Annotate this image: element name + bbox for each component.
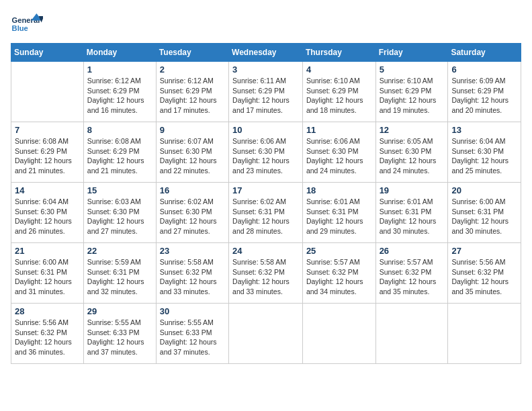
day-number: 26 — [380, 246, 445, 256]
calendar-cell: 3Sunrise: 6:11 AMSunset: 6:29 PMDaylight… — [229, 62, 303, 122]
calendar-cell: 29Sunrise: 5:55 AMSunset: 6:33 PMDayligh… — [83, 304, 156, 364]
day-number: 8 — [87, 125, 152, 135]
day-info: Sunrise: 6:12 AMSunset: 6:29 PMDaylight:… — [160, 76, 225, 116]
calendar-cell — [448, 304, 521, 364]
day-header-tuesday: Tuesday — [156, 44, 228, 62]
day-number: 5 — [380, 64, 445, 75]
calendar-table: SundayMondayTuesdayWednesdayThursdayFrid… — [11, 43, 521, 364]
day-info: Sunrise: 6:00 AMSunset: 6:31 PMDaylight:… — [15, 257, 80, 297]
day-info: Sunrise: 6:10 AMSunset: 6:29 PMDaylight:… — [380, 76, 445, 116]
calendar-cell: 27Sunrise: 5:56 AMSunset: 6:32 PMDayligh… — [448, 243, 521, 304]
calendar-week-row: 14Sunrise: 6:04 AMSunset: 6:30 PMDayligh… — [11, 183, 521, 243]
day-info: Sunrise: 6:08 AMSunset: 6:29 PMDaylight:… — [15, 136, 80, 176]
calendar-cell — [375, 304, 448, 364]
header: General Blue — [11, 11, 521, 38]
calendar-cell: 11Sunrise: 6:06 AMSunset: 6:30 PMDayligh… — [302, 122, 375, 183]
svg-text:Blue: Blue — [12, 24, 28, 32]
day-info: Sunrise: 6:12 AMSunset: 6:29 PMDaylight:… — [87, 76, 152, 116]
calendar-cell — [302, 304, 375, 364]
calendar-cell: 13Sunrise: 6:04 AMSunset: 6:30 PMDayligh… — [448, 122, 521, 183]
calendar-week-row: 1Sunrise: 6:12 AMSunset: 6:29 PMDaylight… — [11, 62, 521, 122]
calendar-cell: 4Sunrise: 6:10 AMSunset: 6:29 PMDaylight… — [302, 62, 375, 122]
day-number: 30 — [160, 306, 225, 316]
calendar-cell: 16Sunrise: 6:02 AMSunset: 6:30 PMDayligh… — [156, 183, 228, 243]
calendar-cell: 23Sunrise: 5:58 AMSunset: 6:32 PMDayligh… — [156, 243, 228, 304]
day-header-thursday: Thursday — [302, 44, 375, 62]
day-number: 21 — [15, 246, 80, 256]
day-number: 13 — [451, 125, 517, 135]
day-info: Sunrise: 6:08 AMSunset: 6:29 PMDaylight:… — [87, 136, 152, 176]
day-number: 17 — [232, 185, 299, 195]
day-number: 27 — [451, 246, 517, 256]
calendar-cell: 7Sunrise: 6:08 AMSunset: 6:29 PMDaylight… — [11, 122, 84, 183]
day-number: 4 — [306, 64, 372, 75]
calendar-cell: 14Sunrise: 6:04 AMSunset: 6:30 PMDayligh… — [11, 183, 84, 243]
day-number: 12 — [380, 125, 445, 135]
day-info: Sunrise: 5:55 AMSunset: 6:33 PMDaylight:… — [87, 318, 152, 357]
calendar-week-row: 7Sunrise: 6:08 AMSunset: 6:29 PMDaylight… — [11, 122, 521, 183]
day-number: 6 — [451, 64, 517, 75]
day-info: Sunrise: 5:57 AMSunset: 6:32 PMDaylight:… — [380, 257, 445, 297]
calendar-cell: 18Sunrise: 6:01 AMSunset: 6:31 PMDayligh… — [302, 183, 375, 243]
day-info: Sunrise: 5:55 AMSunset: 6:33 PMDaylight:… — [160, 318, 225, 357]
calendar-cell: 26Sunrise: 5:57 AMSunset: 6:32 PMDayligh… — [375, 243, 448, 304]
day-info: Sunrise: 6:07 AMSunset: 6:30 PMDaylight:… — [160, 136, 225, 176]
day-number: 11 — [306, 125, 372, 135]
day-number: 9 — [160, 125, 225, 135]
calendar-cell: 1Sunrise: 6:12 AMSunset: 6:29 PMDaylight… — [83, 62, 156, 122]
calendar-cell: 15Sunrise: 6:03 AMSunset: 6:30 PMDayligh… — [83, 183, 156, 243]
calendar-cell: 5Sunrise: 6:10 AMSunset: 6:29 PMDaylight… — [375, 62, 448, 122]
calendar-cell — [11, 62, 84, 122]
day-info: Sunrise: 6:04 AMSunset: 6:30 PMDaylight:… — [451, 136, 517, 176]
calendar-cell: 25Sunrise: 5:57 AMSunset: 6:32 PMDayligh… — [302, 243, 375, 304]
day-number: 14 — [15, 185, 80, 195]
calendar-cell: 8Sunrise: 6:08 AMSunset: 6:29 PMDaylight… — [83, 122, 156, 183]
day-header-wednesday: Wednesday — [229, 44, 303, 62]
day-header-sunday: Sunday — [11, 44, 84, 62]
calendar-cell — [229, 304, 303, 364]
day-info: Sunrise: 6:06 AMSunset: 6:30 PMDaylight:… — [232, 136, 299, 176]
day-number: 20 — [451, 185, 517, 195]
day-number: 7 — [15, 125, 80, 135]
logo: General Blue — [11, 11, 46, 38]
calendar-cell: 24Sunrise: 5:58 AMSunset: 6:32 PMDayligh… — [229, 243, 303, 304]
day-number: 15 — [87, 185, 152, 195]
day-info: Sunrise: 5:59 AMSunset: 6:31 PMDaylight:… — [87, 257, 152, 297]
day-number: 18 — [306, 185, 372, 195]
day-info: Sunrise: 6:03 AMSunset: 6:30 PMDaylight:… — [87, 197, 152, 236]
calendar-cell: 21Sunrise: 6:00 AMSunset: 6:31 PMDayligh… — [11, 243, 84, 304]
day-number: 22 — [87, 246, 152, 256]
day-info: Sunrise: 6:11 AMSunset: 6:29 PMDaylight:… — [232, 76, 299, 116]
calendar-cell: 2Sunrise: 6:12 AMSunset: 6:29 PMDaylight… — [156, 62, 228, 122]
day-info: Sunrise: 6:06 AMSunset: 6:30 PMDaylight:… — [306, 136, 372, 176]
calendar-cell: 19Sunrise: 6:01 AMSunset: 6:31 PMDayligh… — [375, 183, 448, 243]
day-info: Sunrise: 6:04 AMSunset: 6:30 PMDaylight:… — [15, 197, 80, 236]
day-number: 2 — [160, 64, 225, 75]
day-info: Sunrise: 6:10 AMSunset: 6:29 PMDaylight:… — [306, 76, 372, 116]
day-info: Sunrise: 6:01 AMSunset: 6:31 PMDaylight:… — [380, 197, 445, 236]
day-info: Sunrise: 6:02 AMSunset: 6:31 PMDaylight:… — [232, 197, 299, 236]
day-info: Sunrise: 5:58 AMSunset: 6:32 PMDaylight:… — [160, 257, 225, 297]
day-info: Sunrise: 5:56 AMSunset: 6:32 PMDaylight:… — [15, 318, 80, 357]
day-header-monday: Monday — [83, 44, 156, 62]
day-number: 19 — [380, 185, 445, 195]
day-info: Sunrise: 6:02 AMSunset: 6:30 PMDaylight:… — [160, 197, 225, 236]
calendar-cell: 17Sunrise: 6:02 AMSunset: 6:31 PMDayligh… — [229, 183, 303, 243]
day-number: 23 — [160, 246, 225, 256]
day-info: Sunrise: 6:00 AMSunset: 6:31 PMDaylight:… — [451, 197, 517, 236]
day-number: 28 — [15, 306, 80, 316]
calendar-cell: 22Sunrise: 5:59 AMSunset: 6:31 PMDayligh… — [83, 243, 156, 304]
calendar-cell: 30Sunrise: 5:55 AMSunset: 6:33 PMDayligh… — [156, 304, 228, 364]
calendar-cell: 12Sunrise: 6:05 AMSunset: 6:30 PMDayligh… — [375, 122, 448, 183]
day-info: Sunrise: 5:56 AMSunset: 6:32 PMDaylight:… — [451, 257, 517, 297]
day-number: 10 — [232, 125, 299, 135]
calendar-cell: 20Sunrise: 6:00 AMSunset: 6:31 PMDayligh… — [448, 183, 521, 243]
day-header-friday: Friday — [375, 44, 448, 62]
day-number: 1 — [87, 64, 152, 75]
calendar-cell: 6Sunrise: 6:09 AMSunset: 6:29 PMDaylight… — [448, 62, 521, 122]
day-info: Sunrise: 5:58 AMSunset: 6:32 PMDaylight:… — [232, 257, 299, 297]
day-info: Sunrise: 6:09 AMSunset: 6:29 PMDaylight:… — [451, 76, 517, 116]
day-number: 29 — [87, 306, 152, 316]
day-info: Sunrise: 6:01 AMSunset: 6:31 PMDaylight:… — [306, 197, 372, 236]
calendar-week-row: 21Sunrise: 6:00 AMSunset: 6:31 PMDayligh… — [11, 243, 521, 304]
